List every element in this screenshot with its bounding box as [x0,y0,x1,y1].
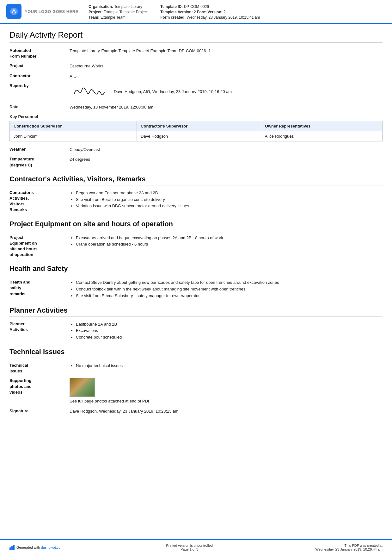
automated-row: AutomatedForm Number Template Library-Ex… [9,48,383,59]
planner-list: Eastbourne 2A and 2BExcavationsConcrete … [70,321,383,341]
weather-row: Weather Cloudy/Overcast [9,147,383,153]
photos-caption: See full page photos attached at end of … [70,399,150,403]
equipment-list: Excavators arrived and begun excavating … [70,235,383,248]
footer-uncontrolled: Printed version is uncontrolled [166,544,212,547]
list-item: Concrete pour scheduled [76,334,383,341]
report-by-value: Dave Hodgson, AIG, Wednesday, 23 January… [70,83,383,100]
footer-right: This PDF was created at Wednesday, 23 Ja… [315,544,383,551]
contractors-field: Contractor'sActivities,Visitors,Remarks … [9,190,383,213]
main-content: Daily Activity Report AutomatedForm Numb… [0,24,392,539]
project-label: Project [9,63,70,69]
planner-heading: Planner Activities [9,306,383,317]
health-field: Health andsafetyremarks Contact Steve Da… [9,279,383,299]
logo-text: YOUR LOGO GOES HERE [25,9,78,14]
contractors-list: Began work on Eastbourne phase 2A and 2B… [70,190,383,209]
list-item: Excavators arrived and begun excavating … [76,235,383,241]
date-label: Date [9,104,70,110]
personnel-table: Construction Supervisor Contractor's Sup… [9,121,383,141]
contractors-heading: Contractor's Activities, Visitors, Remar… [9,175,383,185]
weather-label: Weather [9,147,70,152]
date-value: Wednesday, 13 November 2019, 12:00:00 am [70,104,383,110]
list-item: Excavations [76,327,383,334]
list-item: No major technical issues [76,363,383,369]
technical-field: TechnicalIssues No major technical issue… [9,363,383,374]
footer-logo-icon [9,545,15,550]
photos-value: See full page photos attached at end of … [70,378,383,404]
contractors-label: Contractor'sActivities,Visitors,Remarks [9,190,70,213]
footer: Generated with dashpivot.com Printed ver… [0,539,392,555]
header-meta-right: Template ID: DP-COM-0026 Template Versio… [160,4,260,20]
header-logo: YOUR LOGO GOES HERE [6,3,82,20]
automated-label: AutomatedForm Number [9,48,70,59]
temperature-row: Temperature(degrees C) 24 degrees [9,156,383,168]
contractor-label: Contractor [9,73,70,79]
table-row: John Dinkum Dave Hodgson Alice Rodriguez [10,131,383,141]
signature-value: Dave Hodgson, Wednesday, 23 January 2019… [70,408,383,415]
team-line: Team: Example Team [89,15,148,20]
signature-area: Dave Hodgson, AIG, Wednesday, 23 January… [70,83,383,100]
health-list: Contact Steve Daintry about getting new … [70,279,383,299]
list-item: Site visit from Emma Sainsbury - safety … [76,293,383,299]
health-heading: Health and Safety [9,265,383,275]
cell-contractors-supervisor: Dave Hodgson [137,131,261,141]
signature-row: Signature Dave Hodgson, Wednesday, 23 Ja… [9,408,383,415]
footer-right-date: Wednesday, 23 January 2019, 10:29:44 am [315,547,383,551]
technical-heading: Technical Issues [9,348,383,358]
footer-link[interactable]: dashpivot.com [41,546,64,549]
list-item: Conduct toolbox talk within the next wee… [76,286,383,293]
footer-generated-text: Generated with dashpivot.com [16,546,64,549]
header-meta: Organisation: Template Library Project: … [89,3,383,20]
cell-owner-representatives: Alice Rodriguez [261,131,382,141]
header: YOUR LOGO GOES HERE Organisation: Templa… [0,0,392,24]
planner-label: PlannerActivities [9,321,70,333]
project-line: Project: Example Template Project [89,10,148,14]
list-item: Variation issue with DBG subcontractor a… [76,203,383,209]
personnel-header-row: Construction Supervisor Contractor's Sup… [10,121,383,131]
weather-value: Cloudy/Overcast [70,147,383,153]
photo-thumb-image [70,378,95,396]
report-by-row: Report by Dave Hodgson, AIG, Wednesday, … [9,83,383,100]
photos-row: Supportingphotos andvideos See full page… [9,378,383,404]
photo-thumbnail [70,378,95,397]
footer-right-text: This PDF was created at [315,544,383,547]
technical-label: TechnicalIssues [9,363,70,374]
template-version-line: Template Version: 2 Form Version: 2 [160,10,260,14]
footer-left: Generated with dashpivot.com [9,545,64,550]
key-personnel-section: Key Personnel Construction Supervisor Co… [9,114,383,141]
technical-list: No major technical issues [70,363,383,369]
contractor-value: AIG [70,73,383,79]
temperature-label: Temperature(degrees C) [9,156,70,168]
equipment-label: ProjectEquipment onsite and hoursof oper… [9,235,70,258]
cell-construction-supervisor: John Dinkum [10,131,137,141]
org-line: Organisation: Template Library [89,4,148,9]
automated-value: Template Library-Example Template Projec… [70,48,383,54]
col-construction-supervisor: Construction Supervisor [10,121,137,131]
equipment-field: ProjectEquipment onsite and hoursof oper… [9,235,383,258]
col-contractors-supervisor: Contractor's Supervisor [137,121,261,131]
list-item: Eastbourne 2A and 2B [76,321,383,328]
temperature-value: 24 degrees [70,156,383,163]
footer-center: Printed version is uncontrolled Page 1 o… [166,544,212,551]
list-item: Began work on Eastbourne phase 2A and 2B [76,190,383,196]
date-row: Date Wednesday, 13 November 2019, 12:00:… [9,104,383,110]
photos-label: Supportingphotos andvideos [9,378,70,395]
template-id-line: Template ID: DP-COM-0026 [160,4,260,9]
signature-image [70,83,107,100]
health-label: Health andsafetyremarks [9,279,70,297]
report-by-text: Dave Hodgson, AIG, Wednesday, 23 January… [114,89,232,95]
equipment-heading: Project Equipment on site and hours of o… [9,220,383,230]
list-item: Contact Steve Daintry about getting new … [76,279,383,286]
planner-field: PlannerActivities Eastbourne 2A and 2BEx… [9,321,383,341]
logo-icon [6,4,21,19]
form-created-line: Form created: Wednesday, 23 January 2019… [160,15,260,20]
signature-label: Signature [9,408,70,414]
col-owner-representatives: Owner Representatives [261,121,382,131]
header-meta-left: Organisation: Template Library Project: … [89,4,148,20]
project-value: Eastbourne Works [70,63,383,69]
report-by-label: Report by [9,83,70,89]
project-row: Project Eastbourne Works [9,63,383,69]
footer-page: Page 1 of 3 [166,547,212,551]
key-personnel-label: Key Personnel [9,114,383,119]
list-item: Site visit from Boral to organise concre… [76,196,383,203]
page: YOUR LOGO GOES HERE Organisation: Templa… [0,0,392,555]
